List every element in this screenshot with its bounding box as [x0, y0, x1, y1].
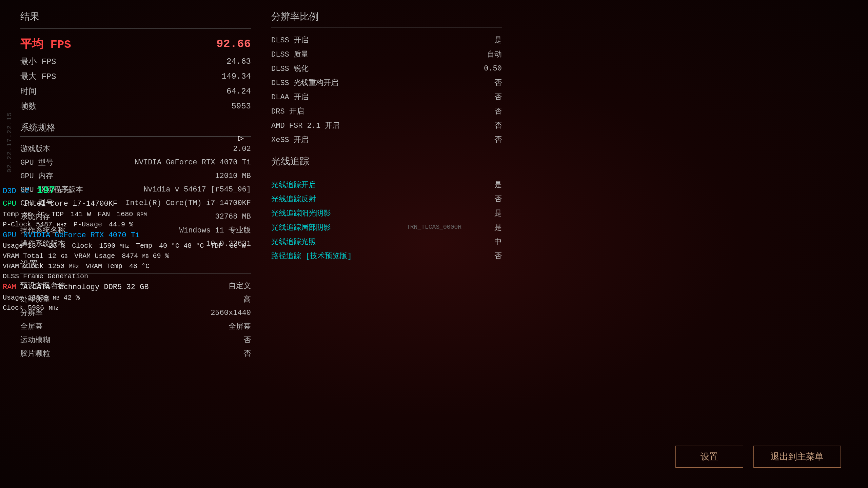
dlss-quality-label: DLSS 质量	[271, 49, 309, 59]
preset-value: 自定义	[229, 281, 251, 291]
os-name-value: Windows 11 专业版	[179, 225, 251, 235]
game-version-label: 游戏版本	[20, 144, 50, 154]
bottom-center-text: TRN_TLCAS_0000R	[407, 224, 461, 230]
rt-reflect-label: 光线追踪反射	[271, 194, 316, 204]
min-fps-row: 最小 FPS 24.63	[20, 54, 251, 69]
gpu-memory-row: GPU 内存 12010 MB	[20, 169, 251, 183]
dlss-on-value: 是	[494, 35, 502, 45]
amd-fsr-row: AMD FSR 2.1 开启 否	[271, 118, 502, 133]
motion-blur-label: 运动模糊	[20, 335, 50, 345]
preset-row: 预设方案名称 自定义	[20, 279, 251, 292]
max-fps-row: 最大 FPS 149.34	[20, 69, 251, 84]
dlss-on-row: DLSS 开启 是	[271, 33, 502, 47]
gpu-model-row: GPU 型号 NVIDIA GeForce RTX 4070 Ti	[20, 156, 251, 169]
rt-local-shadow-value: 是	[494, 222, 502, 232]
main-container: 结果 平均 FPS 92.66 最小 FPS 24.63 最大 FPS 149.…	[20, 10, 848, 478]
dlss-sharpness-label: DLSS 锐化	[271, 63, 309, 74]
drs-label: DRS 开启	[271, 106, 304, 116]
right-panel: 分辨率比例 DLSS 开启 是 DLSS 质量 自动 DLSS 锐化 0.50 …	[271, 10, 502, 478]
os-version-row: 操作系统版本 10.0.22621	[20, 237, 251, 250]
rt-on-label: 光线追踪开启	[271, 180, 316, 190]
settings-section: 设置 预设方案名称 自定义 处理质量 高 分辨率 868x488 全屏幕 全…	[20, 259, 251, 360]
sys-memory-row: 系统内存 32768 MB	[20, 210, 251, 223]
results-divider	[20, 28, 251, 29]
dlaa-value: 否	[494, 92, 502, 102]
path-tracing-value: 否	[494, 251, 502, 261]
quality-value: 高	[243, 294, 251, 304]
amd-fsr-label: AMD FSR 2.1 开启	[271, 120, 340, 130]
resolution-label: 分辨率	[20, 308, 43, 318]
xess-row: XeSS 开启 否	[271, 133, 502, 147]
cpu-model-label: CPU 型号	[20, 198, 53, 208]
gpu-model-value: NVIDIA GeForce RTX 4070 Ti	[135, 158, 251, 167]
os-name-row: 操作系统名称 Windows 11 专业版	[20, 223, 251, 237]
time-row: 时间 64.24	[20, 84, 251, 99]
time-value: 64.24	[226, 87, 251, 96]
sys-memory-value: 32768 MB	[215, 212, 251, 221]
left-panel: 结果 平均 FPS 92.66 最小 FPS 24.63 最大 FPS 149.…	[20, 10, 251, 478]
fullscreen-value: 全屏幕	[229, 321, 251, 331]
dlss-ray-row: DLSS 光线重构开启 否	[271, 76, 502, 90]
rt-on-row: 光线追踪开启 是	[271, 178, 502, 192]
frames-row: 帧数 5953	[20, 99, 251, 114]
rt-local-shadow-label: 光线追踪局部阴影	[271, 222, 331, 232]
motion-blur-row: 运动模糊 否	[20, 333, 251, 347]
rt-reflect-row: 光线追踪反射 否	[271, 192, 502, 206]
rt-sun-shadow-label: 光线追踪阳光阴影	[271, 208, 331, 218]
film-grain-label: 胶片颗粒	[20, 348, 50, 359]
os-version-label: 操作系统版本	[20, 239, 65, 249]
specs-section: 系统规格 游戏版本 2.02 GPU 型号 NVIDIA GeForce RTX…	[20, 122, 251, 250]
settings-button[interactable]: 设置	[675, 446, 743, 468]
cpu-model-value: Intel(R) Core(TM) i7-14700KF	[125, 199, 251, 207]
dlss-quality-value: 自动	[487, 49, 502, 59]
settings-divider	[20, 273, 251, 273]
avg-fps-row: 平均 FPS 92.66	[20, 34, 251, 54]
dlss-ray-value: 否	[494, 78, 502, 88]
resolution-ratio-section: 分辨率比例 DLSS 开启 是 DLSS 质量 自动 DLSS 锐化 0.50 …	[271, 10, 502, 147]
game-version-value: 2.02	[233, 145, 251, 153]
hud-gpu-label: GPU	[3, 231, 16, 240]
results-title: 结果	[20, 10, 251, 23]
max-fps-label: 最大 FPS	[20, 71, 56, 82]
settings-title: 设置	[20, 259, 251, 270]
side-text: 02.22.17.22.15	[6, 112, 13, 172]
dlss-on-label: DLSS 开启	[271, 35, 309, 45]
avg-fps-label: 平均 FPS	[20, 36, 71, 52]
ray-tracing-divider	[271, 172, 502, 172]
frames-value: 5953	[231, 102, 251, 111]
exit-button[interactable]: 退出到主菜单	[753, 446, 841, 468]
gpu-driver-label: GPU 驱动程序版本	[20, 184, 83, 195]
min-fps-label: 最小 FPS	[20, 56, 56, 67]
cpu-model-row: CPU 型号 Intel(R) Core(TM) i7-14700KF	[20, 196, 251, 210]
film-grain-row: 胶片颗粒 否	[20, 347, 251, 360]
time-label: 时间	[20, 86, 37, 97]
drs-value: 否	[494, 106, 502, 116]
dlss-quality-row: DLSS 质量 自动	[271, 47, 502, 61]
resolution-row: 分辨率 868x488	[20, 306, 251, 320]
gpu-driver-value: Nvidia v 54617 [r545_96]	[143, 185, 251, 194]
os-name-label: 操作系统名称	[20, 225, 65, 235]
motion-blur-value: 否	[243, 335, 251, 345]
dlaa-row: DLAA 开启 否	[271, 90, 502, 104]
rt-lighting-value: 中	[494, 237, 502, 247]
os-version-value: 10.0.22621	[206, 240, 251, 248]
dlaa-label: DLAA 开启	[271, 92, 309, 102]
min-fps-value: 24.63	[226, 57, 251, 66]
bottom-buttons: 设置 退出到主菜单	[675, 446, 841, 468]
path-tracing-row: 路径追踪 [技术预览版] 否	[271, 249, 502, 263]
ray-tracing-title: 光线追踪	[271, 155, 502, 168]
xess-label: XeSS 开启	[271, 135, 309, 145]
game-version-row: 游戏版本 2.02	[20, 142, 251, 156]
specs-divider	[20, 136, 251, 137]
results-section: 结果 平均 FPS 92.66 最小 FPS 24.63 最大 FPS 149.…	[20, 10, 251, 114]
max-fps-value: 149.34	[222, 72, 251, 81]
resolution-value: 868x488	[211, 309, 251, 317]
specs-title: 系统规格	[20, 122, 251, 134]
gpu-driver-row: GPU 驱动程序版本 Nvidia v 54617 [r545_96]	[20, 183, 251, 196]
fullscreen-label: 全屏幕	[20, 321, 43, 331]
quality-row: 处理质量 高	[20, 292, 251, 306]
dlss-ray-label: DLSS 光线重构开启	[271, 78, 338, 88]
hud-temp-label: Temp	[3, 210, 19, 218]
quality-label: 处理质量	[20, 294, 50, 304]
gpu-memory-label: GPU 内存	[20, 171, 53, 181]
